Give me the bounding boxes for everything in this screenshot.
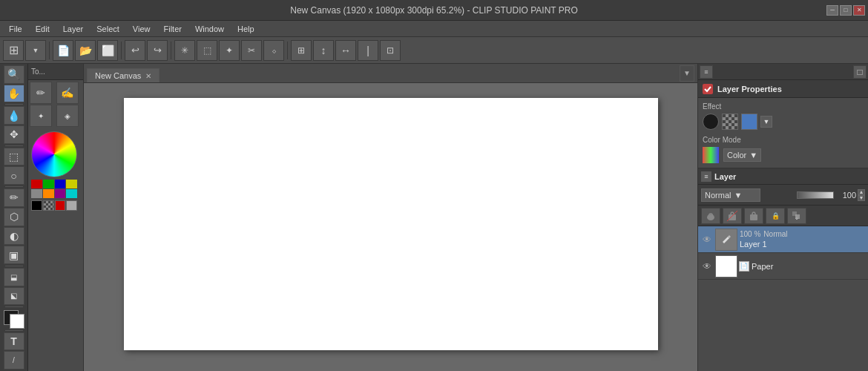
tool-zoom[interactable]: 🔍 (4, 65, 24, 84)
color-red[interactable] (31, 180, 42, 188)
sub-tool-item-2[interactable]: ✍ (56, 82, 79, 104)
toolbar-flip-btn[interactable]: ↔ (335, 40, 356, 61)
color-mode-dropdown[interactable]: Color ▼ (723, 148, 761, 162)
menu-view[interactable]: View (127, 23, 157, 35)
layer1-pencil-icon (721, 234, 731, 245)
canvas-tab-close[interactable]: ✕ (145, 72, 151, 80)
menu-help[interactable]: Help (231, 23, 260, 35)
layer-action-bar: 🔒 (698, 206, 868, 226)
opacity-up[interactable]: ▲ (858, 189, 865, 195)
color-purple[interactable] (55, 189, 66, 198)
tool-eyedrop[interactable]: 💧 (4, 106, 24, 125)
toolbar-redo-btn[interactable]: ↪ (147, 40, 168, 61)
layer-item-paper[interactable]: 👁 📄 Paper (698, 253, 868, 280)
layer-action-lock-all[interactable] (701, 208, 720, 224)
toolbar-transform-btn[interactable]: ✳ (174, 40, 195, 61)
maximize-button[interactable]: □ (840, 5, 852, 16)
swatch-black[interactable] (31, 200, 42, 211)
tool-blend[interactable]: ◐ (4, 227, 24, 246)
toolbar-grid-btn[interactable]: ⊞ (3, 40, 24, 61)
tool-text[interactable]: T (4, 332, 24, 351)
color-gray[interactable] (31, 189, 42, 198)
tool-lasso[interactable]: ○ (4, 166, 24, 185)
sub-tool-label: To... (31, 68, 45, 76)
swatch-gray[interactable] (66, 200, 77, 211)
layer-panel-icon[interactable]: ≡ (701, 171, 711, 182)
color-wheel[interactable] (31, 131, 77, 177)
minimize-button[interactable]: ─ (826, 5, 838, 16)
paper-name: Paper (752, 262, 865, 271)
canvas-tab-new[interactable]: New Canvas ✕ (87, 68, 160, 82)
layer1-visibility-toggle[interactable]: 👁 (701, 234, 713, 246)
toolbar-grid-view-btn[interactable]: ⊞ (291, 40, 312, 61)
toolbar-ref-btn[interactable]: ↕ (313, 40, 334, 61)
tool-selection[interactable]: ⬚ (4, 148, 24, 166)
opacity-value: 100 (835, 191, 856, 200)
tool-bucket[interactable]: ⬓ (4, 268, 24, 286)
color-cyan[interactable] (66, 189, 77, 198)
tool-brush[interactable]: ✏ (4, 188, 24, 207)
color-orange[interactable] (43, 189, 54, 198)
swatch-checker[interactable] (43, 200, 54, 211)
sub-tool-item-3[interactable]: ✦ (30, 105, 52, 127)
panel-right-icon-A[interactable]: □ (853, 65, 867, 79)
color-mode-value: Color (727, 151, 746, 160)
layer-action-lock-transparent[interactable] (723, 208, 742, 224)
menu-select[interactable]: Select (91, 23, 125, 35)
toolbar-move-btn[interactable]: ✂ (241, 40, 262, 61)
tool-eraser[interactable]: ⬡ (4, 208, 24, 226)
layer-item-layer1[interactable]: 👁 100 % Normal Layer 1 (698, 226, 868, 253)
tool-vector[interactable]: / (4, 351, 24, 370)
svg-rect-2 (729, 214, 736, 220)
toolbar-undo-btn[interactable]: ↩ (125, 40, 145, 61)
menu-window[interactable]: Window (189, 23, 230, 35)
color-yellow[interactable] (66, 180, 77, 188)
swatch-color-1[interactable] (55, 200, 66, 211)
layer-props-header: Layer Properties (698, 80, 868, 98)
menu-filter[interactable]: Filter (157, 23, 187, 35)
opacity-track[interactable] (797, 191, 834, 199)
layer-action-merge-below[interactable] (787, 208, 806, 224)
sub-tool-panel: To... ✏ ✍ ✦ ◈ (28, 64, 84, 371)
toolbar-rotate-view-btn[interactable]: | (358, 40, 378, 61)
layer-panel-top: ≡ Layer (698, 168, 868, 185)
close-button[interactable]: ✕ (853, 5, 865, 16)
toolbar-save-btn[interactable]: ⬜ (97, 40, 118, 61)
paper-visibility-toggle[interactable]: 👁 (701, 260, 713, 272)
effect-black-circle[interactable] (703, 114, 719, 130)
toolbar-stamp-btn[interactable]: ✦ (219, 40, 240, 61)
layer-action-lock-position[interactable] (744, 208, 763, 224)
toolbar-sep-1 (49, 42, 50, 59)
layer-action-lock-edit[interactable]: 🔒 (766, 208, 785, 224)
sub-tool-item-4[interactable]: ◈ (56, 105, 79, 127)
panel-top-icon-1[interactable]: ≡ (700, 65, 713, 79)
toolbar-view-dropdown[interactable]: ▼ (25, 40, 46, 61)
window-controls: ─ □ ✕ (826, 5, 865, 16)
menu-file[interactable]: File (3, 23, 28, 35)
effect-blue-swatch[interactable] (741, 114, 757, 130)
svg-rect-0 (703, 84, 713, 94)
tool-fill[interactable]: ▣ (4, 246, 24, 264)
tool-gradient[interactable]: ⬕ (4, 287, 24, 306)
blend-mode-select[interactable]: Normal ▼ (701, 188, 760, 202)
effect-checker[interactable] (722, 114, 738, 130)
canvas-viewport[interactable] (84, 83, 697, 371)
layer-panel-toolbar: Normal ▼ 100 ▲ ▼ (698, 185, 868, 206)
background-color[interactable] (10, 314, 24, 329)
color-blue[interactable] (55, 180, 66, 188)
effect-dropdown-btn[interactable]: ▼ (760, 116, 772, 128)
toolbar-new-btn[interactable]: 📄 (53, 40, 73, 61)
tool-hand[interactable]: ✋ (4, 85, 24, 103)
toolbar-open-btn[interactable]: 📂 (75, 40, 96, 61)
menu-layer[interactable]: Layer (57, 23, 90, 35)
toolbar-select-btn[interactable]: ⬚ (197, 40, 217, 61)
canvas-tab-scroll[interactable]: ▼ (680, 65, 694, 82)
tool-panel: 🔍 ✋ 💧 ✥ ⬚ ○ ✏ ⬡ ◐ ▣ ⬓ ⬕ T / (0, 64, 28, 371)
sub-tool-item-1[interactable]: ✏ (30, 82, 52, 104)
tool-move[interactable]: ✥ (4, 125, 24, 144)
opacity-down[interactable]: ▼ (858, 195, 865, 201)
menu-edit[interactable]: Edit (30, 23, 56, 35)
color-green[interactable] (43, 180, 54, 188)
toolbar-fullscreen-btn[interactable]: ⊡ (380, 40, 401, 61)
toolbar-rotate-btn[interactable]: ⬦ (263, 40, 284, 61)
